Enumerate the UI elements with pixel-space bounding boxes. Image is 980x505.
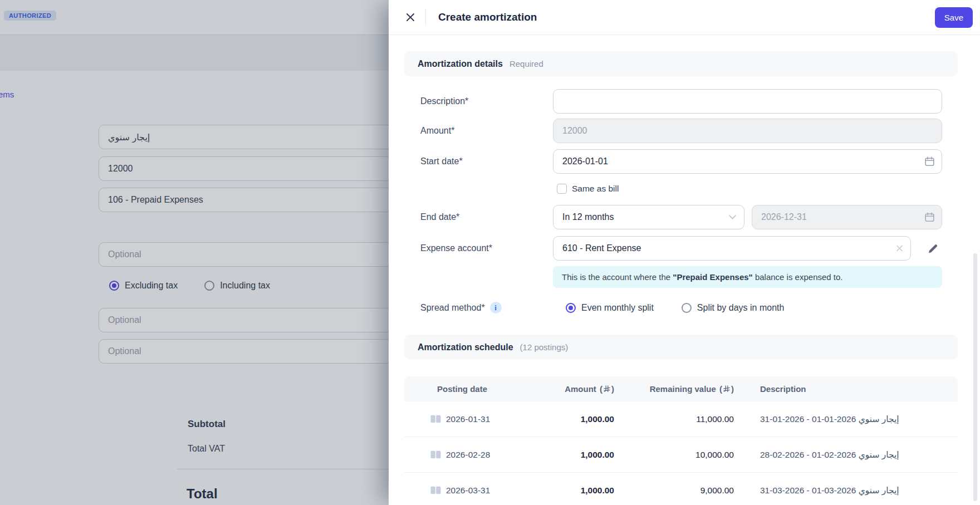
section-note: Required (509, 59, 543, 68)
column-header: Remaining value () (614, 384, 734, 394)
start-date-input[interactable] (553, 149, 942, 174)
table-row[interactable]: 2026-02-281,000.0010,000.0028-02-2026 - … (404, 437, 958, 473)
posting-date-cell: 2026-03-31 (404, 486, 549, 496)
radio-label: Split by days in month (697, 303, 785, 313)
edit-pencil-icon[interactable] (923, 239, 942, 258)
description-cell: 31-01-2026 - 01-01-2026 إيجار سنوي (734, 414, 958, 424)
radio-even-monthly-split[interactable]: Even monthly split (566, 303, 654, 313)
amount-label: Amount* (420, 126, 553, 136)
section-title: Amortization details (418, 59, 503, 69)
help-text: This is the account where the (562, 272, 673, 282)
drawer-header: Create amortization Save (389, 0, 980, 35)
expense-account-input[interactable] (553, 236, 911, 261)
column-header: Posting date (404, 384, 549, 394)
amount-input (553, 119, 942, 143)
description-label: Description* (420, 96, 553, 106)
schedule-table-head: Posting dateAmount ()Remaining value ()D… (404, 376, 958, 401)
description-cell: 28-02-2026 - 01-02-2026 إيجار سنوي (734, 450, 958, 460)
end-date-label: End date* (420, 212, 553, 222)
calendar-icon (924, 212, 935, 223)
expense-account-help-banner: This is the account where the "Prepaid E… (553, 266, 942, 288)
calendar-icon[interactable] (924, 156, 935, 167)
saudi-riyal-icon (723, 385, 730, 393)
end-date-input (752, 205, 942, 229)
description-row: Description* (420, 89, 958, 114)
schedule-table-body: 2026-01-311,000.0011,000.0031-01-2026 - … (404, 401, 958, 505)
posting-date-cell: 2026-01-31 (404, 414, 549, 424)
saudi-riyal-icon (604, 385, 610, 393)
column-header: Description (734, 384, 958, 394)
same-as-bill-label: Same as bill (572, 184, 619, 194)
description-input[interactable] (553, 89, 942, 114)
amortization-schedule-table: Posting dateAmount ()Remaining value ()D… (404, 376, 958, 505)
same-as-bill-row: Same as bill (557, 184, 958, 194)
close-icon[interactable] (401, 8, 420, 27)
end-date-preset-value: In 12 months (562, 212, 614, 222)
header-divider (425, 9, 426, 26)
amount-cell: 1,000.00 (549, 486, 614, 496)
drawer-body: Amortization details Required Descriptio… (389, 35, 980, 505)
remaining-value-cell: 11,000.00 (614, 414, 734, 424)
details-section-header: Amortization details Required (404, 51, 958, 76)
radio-selected-icon (566, 303, 576, 313)
journal-book-icon (430, 415, 441, 423)
expense-account-label: Expense account* (420, 243, 553, 253)
radio-unselected-icon (682, 303, 692, 313)
journal-book-icon (430, 450, 441, 459)
spread-method-label: Spread method* (420, 303, 485, 313)
column-header: Amount () (549, 384, 614, 394)
posting-date-cell: 2026-02-28 (404, 450, 549, 460)
start-date-label: Start date* (420, 156, 553, 166)
amount-row: Amount* (420, 119, 958, 143)
clear-icon[interactable] (895, 244, 904, 253)
help-text: balance is expensed to. (753, 272, 843, 282)
spread-method-row: Spread method* i Even monthly split Spli… (420, 302, 958, 313)
table-row[interactable]: 2026-03-311,000.009,000.0031-03-2026 - 0… (404, 473, 958, 505)
table-row[interactable]: 2026-01-311,000.0011,000.0031-01-2026 - … (404, 401, 958, 437)
amount-cell: 1,000.00 (549, 414, 614, 424)
create-amortization-drawer: Create amortization Save Amortization de… (389, 0, 980, 505)
section-title: Amortization schedule (418, 342, 513, 352)
end-date-row: End date* In 12 months (420, 205, 958, 229)
save-button[interactable]: Save (935, 7, 973, 28)
description-cell: 31-03-2026 - 01-03-2026 إيجار سنوي (734, 486, 958, 496)
chevron-down-icon (729, 215, 736, 219)
schedule-section-header: Amortization schedule (12 postings) (404, 335, 958, 360)
expense-account-row: Expense account* (420, 236, 958, 261)
remaining-value-cell: 9,000.00 (614, 486, 734, 496)
same-as-bill-checkbox[interactable] (557, 184, 567, 194)
remaining-value-cell: 10,000.00 (614, 450, 734, 460)
radio-split-by-days[interactable]: Split by days in month (682, 303, 785, 313)
start-date-row: Start date* (420, 149, 958, 174)
drawer-title: Create amortization (438, 11, 537, 23)
end-date-preset-select[interactable]: In 12 months (553, 205, 744, 229)
drawer-scrollbar[interactable] (973, 253, 977, 501)
section-note: (12 postings) (520, 342, 569, 352)
help-text-bold: "Prepaid Expenses" (673, 272, 752, 282)
amount-cell: 1,000.00 (549, 450, 614, 460)
info-icon[interactable]: i (490, 302, 502, 313)
radio-label: Even monthly split (581, 303, 654, 313)
journal-book-icon (430, 486, 441, 494)
